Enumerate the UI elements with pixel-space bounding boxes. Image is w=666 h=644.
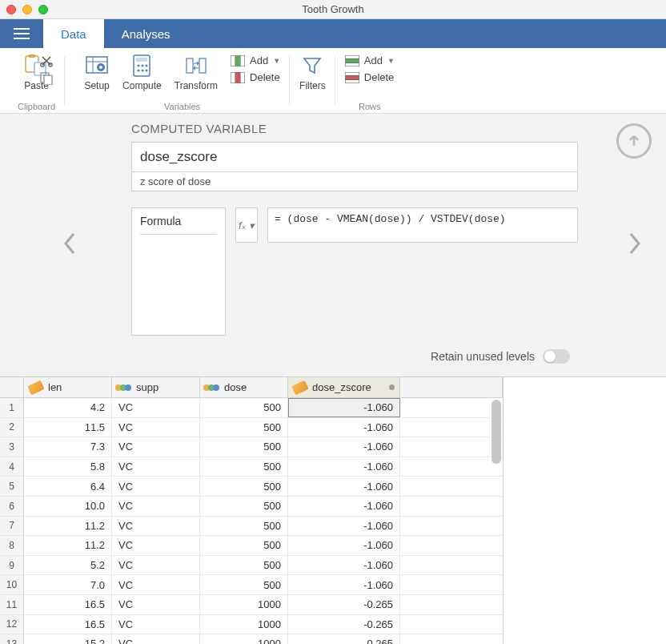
cell[interactable]: 10.0 (24, 497, 112, 516)
cell[interactable]: 500 (200, 457, 288, 477)
add-row-button[interactable]: Add▼ (345, 54, 395, 66)
row-header[interactable]: 7 (0, 517, 24, 537)
cell[interactable]: 11.2 (24, 536, 112, 555)
cell[interactable]: VC (112, 595, 200, 614)
row-header[interactable]: 11 (0, 595, 24, 615)
variable-name-input[interactable]: dose_zscore (131, 142, 578, 172)
paste-button[interactable]: Paste (24, 51, 50, 91)
formula-expression-input[interactable]: = (dose - VMEAN(dose)) / VSTDEV(dose) (267, 207, 578, 243)
cell[interactable]: 500 (200, 497, 288, 516)
cell[interactable]: VC (112, 615, 200, 634)
next-variable-button[interactable] (628, 232, 642, 258)
cell[interactable]: 500 (200, 418, 288, 437)
cell[interactable]: -0.265 (288, 595, 400, 614)
cell[interactable]: 15.2 (24, 634, 112, 644)
cell[interactable]: -0.265 (288, 634, 400, 644)
cell[interactable]: VC (112, 575, 200, 594)
cell[interactable]: 500 (200, 536, 288, 555)
cell[interactable]: 4.2 (24, 398, 112, 417)
row-header[interactable]: 6 (0, 497, 24, 517)
setup-button[interactable]: Setup (84, 51, 110, 91)
row-header[interactable]: 10 (0, 575, 24, 595)
fx-button[interactable]: fₓ ▾ (235, 207, 258, 243)
column-header-dose_zscore[interactable]: dose_zscore (288, 377, 400, 397)
cell[interactable]: 7.0 (24, 575, 112, 594)
compute-icon (129, 53, 154, 78)
cell[interactable]: VC (112, 634, 200, 644)
cell[interactable]: VC (112, 418, 200, 437)
row-header[interactable]: 3 (0, 437, 24, 457)
cell[interactable]: VC (112, 477, 200, 496)
cell[interactable]: VC (112, 398, 200, 417)
cell[interactable]: -1.060 (288, 457, 400, 477)
cell[interactable]: -1.060 (288, 398, 400, 417)
cell[interactable]: -1.060 (288, 497, 400, 516)
row-header[interactable]: 1 (0, 398, 24, 418)
column-header-dose[interactable]: dose (200, 377, 288, 397)
formula-selector[interactable]: Formula (131, 207, 226, 336)
cell[interactable]: 6.4 (24, 477, 112, 496)
row-header[interactable]: 5 (0, 477, 24, 497)
cell[interactable]: VC (112, 437, 200, 457)
cell[interactable]: VC (112, 517, 200, 536)
delete-variable-button[interactable]: Delete (231, 71, 280, 83)
row-header[interactable]: 4 (0, 457, 24, 477)
cell[interactable]: -1.060 (288, 575, 400, 594)
variable-desc-input[interactable]: z score of dose (131, 172, 578, 191)
retain-levels-toggle[interactable]: Retain unused levels (431, 349, 570, 364)
copy-icon[interactable] (40, 72, 53, 88)
cell[interactable]: 500 (200, 437, 288, 457)
cell[interactable]: 16.5 (24, 615, 112, 634)
row-header[interactable]: 9 (0, 556, 24, 576)
prev-variable-button[interactable] (62, 232, 77, 258)
cell[interactable]: 5.2 (24, 556, 112, 575)
cell[interactable]: 11.2 (24, 517, 112, 536)
cell[interactable]: VC (112, 497, 200, 516)
table-row: 11.2VC500-1.060 (24, 517, 503, 537)
menu-button[interactable] (0, 19, 43, 48)
cell[interactable]: 500 (200, 398, 288, 417)
cell[interactable]: -1.060 (288, 556, 400, 575)
transform-button[interactable]: Transform (175, 51, 218, 91)
cell[interactable]: 1000 (200, 634, 288, 644)
cell[interactable]: -1.060 (288, 437, 400, 457)
cell[interactable]: -0.265 (288, 615, 400, 634)
cut-icon[interactable] (40, 54, 53, 70)
cell[interactable]: VC (112, 556, 200, 575)
table-row: 7.0VC500-1.060 (24, 575, 503, 595)
delete-row-button[interactable]: Delete (345, 71, 395, 83)
cell[interactable]: 500 (200, 517, 288, 536)
cell[interactable]: 1000 (200, 595, 288, 614)
cell[interactable]: -1.060 (288, 536, 400, 555)
vertical-scrollbar[interactable] (491, 400, 501, 464)
row-header[interactable]: 13 (0, 634, 24, 644)
row-header[interactable]: 2 (0, 418, 24, 438)
cell[interactable]: -1.060 (288, 517, 400, 536)
cell[interactable]: 16.5 (24, 595, 112, 614)
tab-analyses[interactable]: Analyses (104, 19, 188, 48)
row-header[interactable]: 12 (0, 615, 24, 635)
filters-button[interactable]: Filters (299, 51, 326, 91)
collapse-editor-button[interactable] (616, 123, 652, 159)
cell[interactable]: 7.3 (24, 437, 112, 457)
column-header-len[interactable]: len (24, 377, 112, 397)
cell[interactable]: 500 (200, 477, 288, 496)
cell[interactable]: 500 (200, 575, 288, 594)
table-row: 16.5VC1000-0.265 (24, 615, 503, 635)
cell[interactable]: 1000 (200, 615, 288, 634)
cell[interactable]: -1.060 (288, 477, 400, 496)
row-header[interactable]: 8 (0, 536, 24, 556)
toggle-switch[interactable] (543, 349, 570, 364)
column-header-supp[interactable]: supp (112, 377, 200, 397)
cell[interactable]: 11.5 (24, 418, 112, 437)
compute-button[interactable]: Compute (122, 51, 162, 91)
tab-data[interactable]: Data (43, 19, 104, 48)
cell[interactable]: -1.060 (288, 418, 400, 437)
table-row: 5.2VC500-1.060 (24, 556, 503, 576)
add-variable-button[interactable]: Add▼ (231, 54, 280, 66)
cell[interactable]: VC (112, 536, 200, 555)
cell[interactable]: 500 (200, 556, 288, 575)
cell[interactable]: VC (112, 457, 200, 477)
cell[interactable]: 5.8 (24, 457, 112, 477)
svg-rect-25 (235, 55, 240, 66)
